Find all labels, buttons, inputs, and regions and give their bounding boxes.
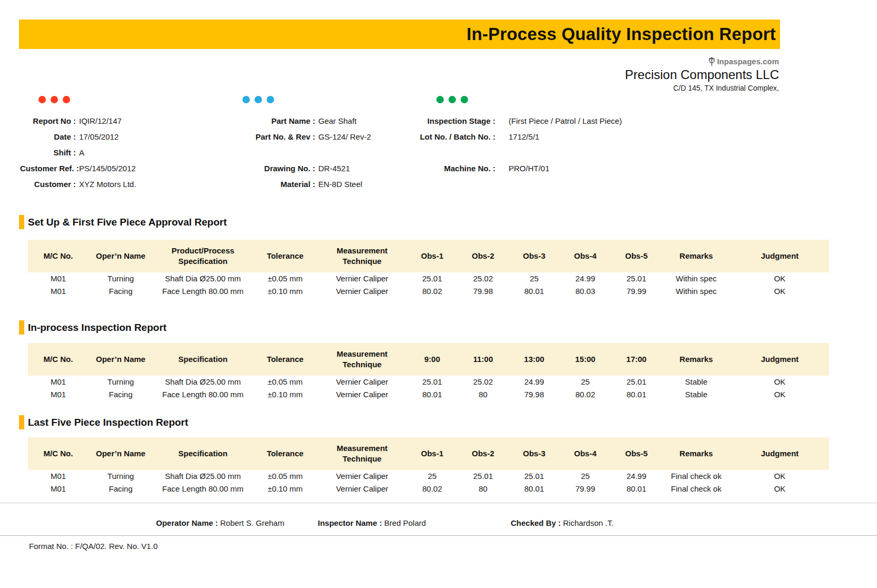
table-cell: 25.01 — [509, 470, 560, 483]
red-dot-icon — [51, 96, 58, 103]
red-dot-icon — [38, 96, 46, 103]
table-cell: 79.98 — [457, 285, 509, 298]
brand-logo: Inpaspages.com — [625, 57, 779, 66]
footer-divider-top — [0, 503, 877, 503]
section-title: Last Five Piece Inspection Report — [28, 417, 188, 428]
field-label: Material : — [221, 180, 315, 189]
table-cell: ±0.05 mm — [253, 272, 317, 285]
table-cell: 80.01 — [509, 483, 560, 495]
field-label: Shift : — [20, 148, 76, 157]
last-five-piece-table: M/C No.Oper’n NameSpecificationTolerance… — [28, 437, 829, 495]
table-cell: OK — [730, 272, 829, 285]
section-marker-bar — [19, 415, 24, 429]
table-row: M01FacingFace Length 80.00 mm±0.10 mmVer… — [28, 285, 829, 298]
field-value: Gear Shaft — [318, 116, 357, 125]
blue-dot-icon — [242, 96, 250, 103]
field-value: IQIR/12/147 — [79, 116, 122, 125]
inspection-meta-fields: Inspection Stage :(First Piece / Patrol … — [398, 113, 622, 176]
section-last-five-piece: Last Five Piece Inspection Report M/C No… — [19, 415, 831, 495]
table-cell: 80.02 — [407, 483, 457, 495]
table-cell: OK — [730, 470, 829, 483]
column-header: M/C No. — [28, 343, 89, 376]
column-header: Obs-1 — [407, 437, 457, 470]
footer-divider-bottom — [0, 535, 877, 536]
table-cell: Shaft Dia Ø25.00 mm — [153, 470, 253, 483]
table-cell: Within spec — [662, 285, 730, 298]
field-row: Date :17/05/2012 — [20, 129, 136, 144]
section-title: Set Up & First Five Piece Approval Repor… — [28, 217, 227, 228]
table-cell: Vernier Caliper — [317, 285, 407, 298]
inspector-name-field: Inspector Name : Bred Polard — [318, 518, 426, 527]
green-dots-group — [436, 96, 468, 103]
format-note: Format No. : F/QA/02. Rev. No. V1.0 — [29, 542, 158, 551]
section-in-process: In-process Inspection Report M/C No.Oper… — [19, 320, 831, 401]
field-row — [398, 144, 622, 160]
table-cell: 80.01 — [611, 388, 662, 401]
table-cell: 79.99 — [611, 285, 662, 298]
red-dots-group — [38, 96, 70, 103]
table-cell: Facing — [89, 483, 153, 495]
field-value: PRO/HT/01 — [509, 164, 550, 173]
field-value: 1712/5/1 — [509, 132, 539, 141]
table-cell: Final check ok — [662, 483, 730, 495]
column-header: Obs-3 — [509, 240, 560, 272]
field-row: Part No. & Rev :GS-124/ Rev-2 — [221, 129, 371, 144]
table-cell: ±0.10 mm — [253, 285, 317, 298]
section-title-row: Last Five Piece Inspection Report — [19, 415, 831, 429]
inspector-name-label: Inspector Name : — [318, 518, 382, 527]
section-marker-bar — [19, 320, 24, 335]
column-header: Remarks — [662, 240, 730, 272]
table-cell: 80.01 — [407, 388, 457, 401]
column-header: 13:00 — [509, 343, 560, 376]
table-row: M01TurningShaft Dia Ø25.00 mm±0.05 mmVer… — [28, 470, 829, 483]
blue-dots-group — [242, 96, 274, 103]
part-meta-fields: Part Name :Gear ShaftPart No. & Rev :GS-… — [221, 113, 371, 192]
column-header: 15:00 — [560, 343, 611, 376]
table-cell: 25 — [407, 470, 457, 483]
column-header: Obs-2 — [457, 240, 509, 272]
column-header: Tolerance — [253, 343, 317, 376]
brand-block: Inpaspages.com Precision Components LLC … — [625, 57, 779, 92]
table-cell: 25.02 — [457, 272, 509, 285]
table-cell: Stable — [662, 388, 730, 401]
table-cell: Stable — [662, 376, 730, 388]
column-header: M/C No. — [28, 437, 89, 470]
table-cell: 25.01 — [407, 376, 457, 388]
table-cell: ±0.05 mm — [253, 376, 317, 388]
table-cell: ±0.05 mm — [253, 470, 317, 483]
table-row: M01TurningShaft Dia Ø25.00 mm±0.05 mmVer… — [28, 272, 829, 285]
section-title-row: Set Up & First Five Piece Approval Repor… — [19, 215, 831, 229]
column-header: Specification — [153, 437, 253, 470]
table-cell: Turning — [89, 376, 153, 388]
section-setup-first-five-piece: Set Up & First Five Piece Approval Repor… — [19, 215, 831, 298]
table-cell: Vernier Caliper — [317, 483, 407, 495]
section-marker-bar — [19, 215, 24, 229]
field-value: A — [79, 148, 84, 157]
column-header: Obs-4 — [560, 437, 611, 470]
table-cell: 25.02 — [457, 376, 509, 388]
section-title: In-process Inspection Report — [28, 322, 167, 334]
column-header: Obs-5 — [611, 240, 662, 272]
field-row: Report No :IQIR/12/147 — [20, 113, 136, 129]
table-cell: Turning — [89, 272, 153, 285]
field-label: Lot No. / Batch No. : — [398, 132, 495, 141]
column-header: Obs-4 — [560, 240, 611, 272]
inspector-name-value: Bred Polard — [384, 518, 426, 527]
table-cell: 79.99 — [560, 483, 611, 495]
inspection-report-page: In-Process Quality Inspection Report Inp… — [0, 0, 877, 588]
in-process-table: M/C No.Oper’n NameSpecificationTolerance… — [28, 343, 829, 401]
operator-name-label: Operator Name : — [156, 518, 218, 527]
checked-by-field: Checked By : Richardson .T. — [511, 518, 613, 527]
table-cell: Vernier Caliper — [317, 470, 407, 483]
company-address: C/D 145, TX Industrial Complex, — [625, 84, 779, 92]
field-label: Part No. & Rev : — [221, 132, 315, 141]
table-cell: 24.99 — [509, 376, 560, 388]
table-cell: 79.98 — [509, 388, 560, 401]
column-header: Obs-5 — [611, 437, 662, 470]
table-cell: OK — [730, 376, 829, 388]
table-header-row: M/C No.Oper’n NameSpecificationTolerance… — [28, 437, 829, 470]
setup-first-five-table: M/C No.Oper’n NameProduct/Process Specif… — [28, 240, 829, 298]
table-header-row: M/C No.Oper’n NameProduct/Process Specif… — [28, 240, 829, 272]
field-row: Shift :A — [20, 144, 136, 160]
table-cell: Facing — [89, 388, 153, 401]
